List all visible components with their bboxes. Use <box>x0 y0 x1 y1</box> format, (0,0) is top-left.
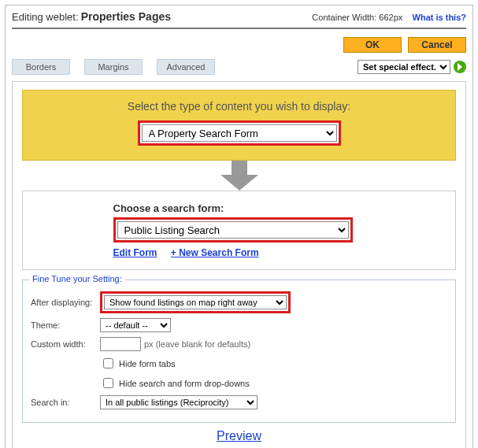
content-frame: Select the type of content you wish to d… <box>12 81 466 448</box>
content-type-panel: Select the type of content you wish to d… <box>22 90 456 161</box>
after-displaying-row: After displaying: Show found listings on… <box>31 291 447 313</box>
theme-label: Theme: <box>31 320 100 330</box>
theme-row: Theme: -- default -- <box>31 318 447 332</box>
after-displaying-label: After displaying: <box>31 298 100 307</box>
choose-form-panel: Choose a search form: Public Listing Sea… <box>22 191 456 270</box>
hide-form-tabs-label: Hide form tabs <box>119 359 176 368</box>
search-in-label: Search in: <box>31 398 100 407</box>
dialog-window: Editing weblet: Properties Pages Contain… <box>5 5 473 448</box>
tabs: Borders Margins Advanced <box>12 59 215 75</box>
content-type-prompt: Select the type of content you wish to d… <box>29 100 449 113</box>
custom-width-label: Custom width: <box>31 339 100 349</box>
hide-dropdowns-checkbox[interactable] <box>103 378 113 388</box>
highlight-after-displaying: Show found listings on map right away <box>100 291 291 313</box>
fine-tune-legend: Fine Tune your Setting: <box>29 274 125 283</box>
theme-select[interactable]: -- default -- <box>100 318 171 332</box>
after-displaying-select[interactable]: Show found listings on map right away <box>104 295 287 309</box>
hide-form-tabs-checkbox[interactable] <box>103 358 113 368</box>
search-in-row: Search in: In all public listings (Recip… <box>31 395 447 409</box>
fine-tune-fieldset: Fine Tune your Setting: After displaying… <box>22 280 456 423</box>
dialog-header: Editing weblet: Properties Pages Contain… <box>12 10 466 29</box>
tab-borders[interactable]: Borders <box>12 59 70 75</box>
highlight-search-form: Public Listing Search <box>113 217 353 243</box>
choose-form-label: Choose a search form: <box>113 202 365 214</box>
hide-tabs-row: Hide form tabs <box>31 356 447 371</box>
cancel-button[interactable]: Cancel <box>408 37 466 53</box>
tab-margins[interactable]: Margins <box>84 59 143 75</box>
hide-dropdowns-row: Hide search and form drop-downs <box>31 376 447 391</box>
edit-form-link[interactable]: Edit Form <box>113 247 157 258</box>
tab-advanced[interactable]: Advanced <box>157 59 215 75</box>
play-icon[interactable] <box>454 61 466 73</box>
arrow-down-icon <box>22 161 456 191</box>
title-prefix: Editing weblet: <box>12 11 79 23</box>
container-width-label: Container Width: <box>312 13 376 22</box>
special-effect-wrap: Set special effect... <box>358 60 466 74</box>
content-type-select[interactable]: A Property Search Form <box>142 124 337 142</box>
hide-dropdowns-label: Hide search and form drop-downs <box>119 379 250 388</box>
action-buttons: OK Cancel <box>12 37 466 53</box>
new-search-form-link[interactable]: + New Search Form <box>171 247 259 258</box>
dialog-title: Editing weblet: Properties Pages <box>12 10 171 23</box>
form-links: Edit Form + New Search Form <box>113 247 365 258</box>
custom-width-input[interactable] <box>100 337 141 351</box>
ok-button[interactable]: OK <box>343 37 402 53</box>
highlight-content-type: A Property Search Form <box>138 120 341 146</box>
custom-width-row: Custom width: px (leave blank for defaul… <box>31 337 447 351</box>
search-in-select[interactable]: In all public listings (Reciprocity) <box>100 395 258 409</box>
search-form-select[interactable]: Public Listing Search <box>117 221 349 239</box>
help-link[interactable]: What is this? <box>413 13 466 22</box>
special-effect-select[interactable]: Set special effect... <box>358 60 450 74</box>
container-width-value: 662px <box>379 13 402 22</box>
custom-width-note: px (leave blank for defaults) <box>144 339 250 349</box>
title-main: Properties Pages <box>81 10 171 23</box>
tab-bar: Borders Margins Advanced Set special eff… <box>12 59 466 75</box>
preview-link[interactable]: Preview <box>22 429 456 443</box>
header-right: Container Width: 662px What is this? <box>312 13 466 22</box>
